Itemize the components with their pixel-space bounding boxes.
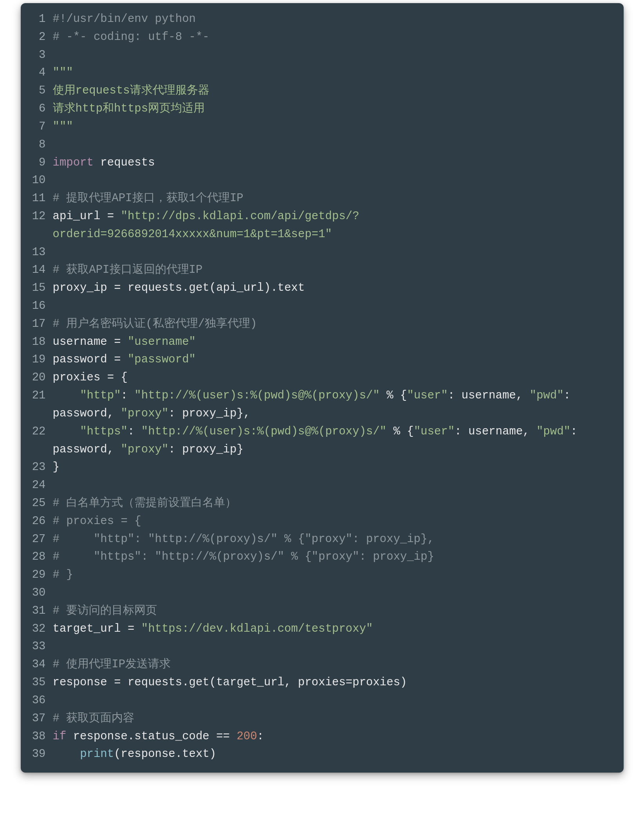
code-token: # 获取API接口返回的代理IP [53,263,203,276]
line-number: 30 [25,584,53,602]
line-number: 8 [25,136,53,154]
code-token: : [128,425,141,438]
code-block[interactable]: 1#!/usr/bin/env python2# -*- coding: utf… [21,3,624,773]
code-line: 8 [25,136,614,154]
code-token: "username" [128,335,196,348]
line-content: # } [53,566,614,584]
line-number: 19 [25,351,53,369]
code-token: import [53,156,94,169]
line-number: 9 [25,154,53,172]
code-token: # } [53,568,73,581]
line-content [53,584,614,602]
code-line: 14# 获取API接口返回的代理IP [25,261,614,279]
line-content: # 提取代理API接口，获取1个代理IP [53,189,614,207]
code-line: 7""" [25,118,614,136]
code-token [53,748,80,760]
line-number: 16 [25,297,53,315]
line-content: 请求http和https网页均适用 [53,100,614,118]
line-number: 22 [25,423,53,441]
line-content: "http": "http://%(user)s:%(pwd)s@%(proxy… [53,387,614,423]
line-content: # 用户名密码认证(私密代理/独享代理) [53,315,614,333]
code-token: """ [53,120,73,133]
code-token: proxies = { [53,371,128,384]
line-content [53,476,614,494]
line-content: # 获取API接口返回的代理IP [53,261,614,279]
code-token: } [53,461,60,474]
line-content [53,243,614,261]
code-token: : proxy_ip} [168,443,243,456]
line-number: 26 [25,512,53,530]
code-line: 29# } [25,566,614,584]
line-number: 10 [25,171,53,189]
code-token: 使用requests请求代理服务器 [53,84,209,97]
code-token: # -*- coding: utf-8 -*- [53,31,209,43]
code-token: # 获取页面内容 [53,712,135,725]
line-content: # 要访问的目标网页 [53,602,614,620]
line-content: # "http": "http://%(proxy)s/" % {"proxy"… [53,530,614,548]
line-number: 36 [25,692,53,710]
code-token: requests [94,156,155,169]
line-number: 35 [25,674,53,692]
code-token: # 要访问的目标网页 [53,604,157,617]
line-content: 使用requests请求代理服务器 [53,82,614,100]
code-token [53,389,80,402]
code-line: 4""" [25,64,614,82]
line-content: # 白名单方式（需提前设置白名单） [53,494,614,512]
line-number: 4 [25,64,53,82]
code-token: """ [53,66,73,79]
code-line: 27# "http": "http://%(proxy)s/" % {"prox… [25,530,614,548]
line-content: """ [53,118,614,136]
code-token: % { [386,425,414,438]
code-token: # "https": "http://%(proxy)s/" % {"proxy… [53,550,435,563]
code-token: "pwd" [536,425,570,438]
code-token: (response.text) [114,748,216,760]
line-content: """ [53,64,614,82]
code-token: "user" [414,425,455,438]
line-content: # "https": "http://%(proxy)s/" % {"proxy… [53,548,614,566]
line-number: 7 [25,118,53,136]
code-token: #!/usr/bin/env python [53,13,196,25]
code-token: : username, [455,425,536,438]
line-number: 24 [25,476,53,494]
code-token: # "http": "http://%(proxy)s/" % {"proxy"… [53,533,435,546]
line-content: "https": "http://%(user)s:%(pwd)s@%(prox… [53,423,614,459]
line-number: 2 [25,28,53,46]
line-number: 37 [25,710,53,728]
code-token: if [53,730,67,743]
line-number: 25 [25,494,53,512]
code-line: 38if response.status_code == 200: [25,728,614,746]
code-line: 10 [25,171,614,189]
code-line: 20proxies = { [25,369,614,387]
line-content [53,692,614,710]
line-number: 31 [25,602,53,620]
line-number: 29 [25,566,53,584]
line-content [53,171,614,189]
code-line: 12api_url = "http://dps.kdlapi.com/api/g… [25,207,614,243]
code-line: 34# 使用代理IP发送请求 [25,656,614,674]
line-number: 28 [25,548,53,566]
line-content: username = "username" [53,333,614,351]
code-token: print [80,748,114,760]
code-token: "http://%(user)s:%(pwd)s@%(proxy)s/" [141,425,387,438]
code-token: "https" [80,425,128,438]
code-line: 25# 白名单方式（需提前设置白名单） [25,494,614,512]
line-number: 5 [25,82,53,100]
line-number: 38 [25,728,53,746]
line-content [53,297,614,315]
code-line: 32target_url = "https://dev.kdlapi.com/t… [25,620,614,638]
line-number: 21 [25,387,53,405]
code-token: "user" [407,389,448,402]
line-number: 23 [25,458,53,476]
code-token: target_url = [53,622,141,635]
code-token: # 用户名密码认证(私密代理/独享代理) [53,317,257,330]
code-token: 请求http和https网页均适用 [53,102,205,115]
code-line: 24 [25,476,614,494]
line-content: api_url = "http://dps.kdlapi.com/api/get… [53,207,614,243]
code-token: proxy_ip = requests.get(api_url).text [53,281,305,294]
line-number: 15 [25,279,53,297]
code-token: response = requests.get(target_url, prox… [53,676,407,689]
code-token: response.status_code == [66,730,236,743]
line-number: 18 [25,333,53,351]
line-content: #!/usr/bin/env python [53,10,614,28]
code-line: 13 [25,243,614,261]
